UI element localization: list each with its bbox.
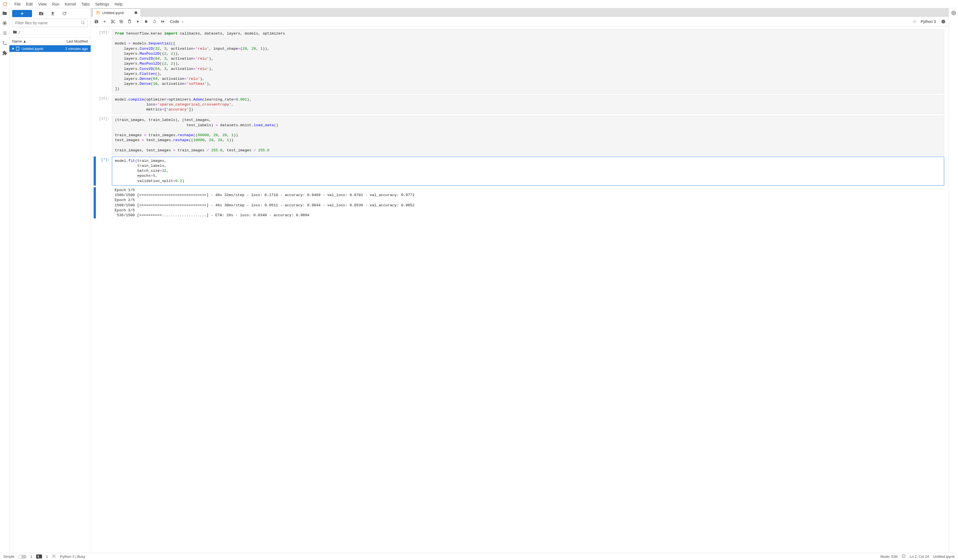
tab-untitled[interactable]: Untitled.ipynb: [92, 9, 141, 17]
menu-settings[interactable]: Settings: [92, 1, 112, 8]
menu-view[interactable]: View: [36, 1, 49, 8]
activity-bar: [0, 8, 10, 553]
folder-icon[interactable]: [2, 11, 8, 16]
run-all-icon[interactable]: [160, 19, 165, 24]
code-cell[interactable]: [*]:model.fit(train_images, train_labels…: [94, 157, 944, 185]
column-header-name[interactable]: Name ▲: [10, 38, 57, 45]
menu-tabs[interactable]: Tabs: [79, 1, 92, 8]
notebook-icon: [16, 46, 20, 51]
menu-run[interactable]: Run: [49, 1, 62, 8]
jupyter-logo-icon[interactable]: [2, 2, 8, 7]
code-cell[interactable]: [16]:model.compile(optimizer=optimizers.…: [94, 95, 944, 114]
stop-icon[interactable]: [144, 19, 148, 24]
breadcrumb[interactable]: /: [10, 29, 90, 37]
paste-icon[interactable]: [127, 19, 132, 24]
svg-point-5: [6, 44, 6, 45]
file-path[interactable]: Untitled.ipynb: [933, 554, 955, 558]
mode-label[interactable]: Mode: Edit: [880, 554, 898, 558]
kernels-count[interactable]: 1: [46, 554, 48, 558]
output-text: Epoch 1/5 1500/1500 [===================…: [112, 187, 944, 218]
copy-icon[interactable]: [119, 19, 124, 24]
cell-prompt: [*]:: [97, 157, 112, 185]
tab-title: Untitled.ipynb: [102, 11, 124, 15]
toc-icon[interactable]: [2, 30, 8, 36]
simple-mode-label: Simple: [3, 554, 14, 558]
simple-mode-toggle[interactable]: [18, 555, 27, 558]
svg-rect-13: [145, 21, 147, 23]
lsp-icon[interactable]: [52, 554, 56, 559]
code-cell[interactable]: [15]:from tensorflow.keras import callba…: [94, 29, 944, 93]
menu-kernel[interactable]: Kernel: [62, 1, 78, 8]
refresh-icon[interactable]: [62, 11, 67, 16]
svg-point-4: [3, 41, 4, 42]
svg-point-16: [53, 555, 54, 557]
cell-prompt: [15]:: [97, 29, 112, 93]
svg-rect-7: [16, 47, 19, 50]
save-icon[interactable]: [94, 19, 98, 24]
folder-icon: [13, 30, 17, 35]
menubar: FileEditViewRunKernelTabsSettingsHelp: [0, 0, 958, 8]
tab-bar: Untitled.ipynb: [91, 8, 948, 17]
cell-prompt: [17]:: [97, 116, 112, 155]
git-icon[interactable]: [2, 40, 8, 46]
menu-file[interactable]: File: [12, 1, 24, 8]
code-editor[interactable]: model.compile(optimizer=optimizers.Adam(…: [112, 95, 944, 114]
terminals-count[interactable]: 1: [30, 554, 32, 558]
code-editor[interactable]: model.fit(train_images, train_labels, ba…: [112, 157, 944, 185]
file-name: Untitled.ipynb: [22, 47, 65, 51]
cut-icon[interactable]: [111, 19, 115, 24]
running-icon[interactable]: [2, 21, 8, 26]
notebook-cells[interactable]: [15]:from tensorflow.keras import callba…: [91, 27, 948, 553]
code-editor[interactable]: from tensorflow.keras import callbacks, …: [112, 29, 944, 93]
restart-icon[interactable]: [152, 19, 157, 24]
kernel-name[interactable]: Python 3: [921, 19, 936, 24]
trust-icon[interactable]: [901, 554, 906, 559]
svg-point-1: [6, 3, 6, 3]
menu-help[interactable]: Help: [112, 1, 125, 8]
settings-icon[interactable]: [951, 11, 956, 16]
cell-output: Epoch 1/5 1500/1500 [===================…: [94, 187, 944, 218]
notebook-toolbar: Code Python 3: [91, 17, 948, 27]
file-browser: + / Name ▲ Last Modified Untitled.ipynb2…: [10, 8, 91, 553]
svg-point-6: [81, 21, 84, 24]
kernel-indicator-icon[interactable]: [912, 19, 917, 24]
filter-files-input[interactable]: [12, 19, 88, 27]
kernel-status[interactable]: Python 3 | Busy: [60, 554, 85, 558]
right-sidebar: [948, 8, 958, 553]
statusbar: Simple 1 $_ 1 Python 3 | Busy Mode: Edit…: [0, 553, 958, 560]
menu-edit[interactable]: Edit: [24, 1, 36, 8]
svg-rect-12: [129, 20, 130, 21]
code-editor[interactable]: (train_images, train_labels), (test_imag…: [112, 116, 944, 155]
terminal-icon[interactable]: $_: [36, 554, 42, 558]
kernel-busy-icon[interactable]: [941, 20, 945, 24]
add-cell-icon[interactable]: [103, 19, 107, 24]
dirty-dot-icon: [12, 48, 14, 49]
cell-type-select[interactable]: Code: [169, 19, 185, 24]
file-modified: 2 minutes ago: [65, 47, 88, 51]
upload-icon[interactable]: [50, 11, 55, 16]
notebook-icon: [96, 11, 100, 15]
code-cell[interactable]: [17]:(train_images, train_labels), (test…: [94, 116, 944, 155]
search-icon: [81, 21, 85, 26]
unsaved-dot-icon: [135, 11, 137, 14]
breadcrumb-root[interactable]: /: [19, 30, 20, 35]
run-icon[interactable]: [136, 19, 140, 24]
new-launcher-button[interactable]: +: [12, 10, 32, 17]
notebook-panel: Untitled.ipynb Code Python 3: [91, 8, 948, 553]
svg-point-15: [953, 13, 954, 14]
file-row[interactable]: Untitled.ipynb2 minutes ago: [10, 45, 90, 52]
sort-asc-icon: ▲: [23, 39, 27, 43]
cell-prompt: [16]:: [97, 95, 112, 114]
svg-rect-3: [4, 23, 5, 24]
column-header-modified[interactable]: Last Modified: [57, 38, 90, 45]
extensions-icon[interactable]: [2, 50, 8, 56]
cursor-position[interactable]: Ln 2, Col 24: [910, 554, 929, 558]
new-folder-icon[interactable]: [39, 11, 44, 16]
